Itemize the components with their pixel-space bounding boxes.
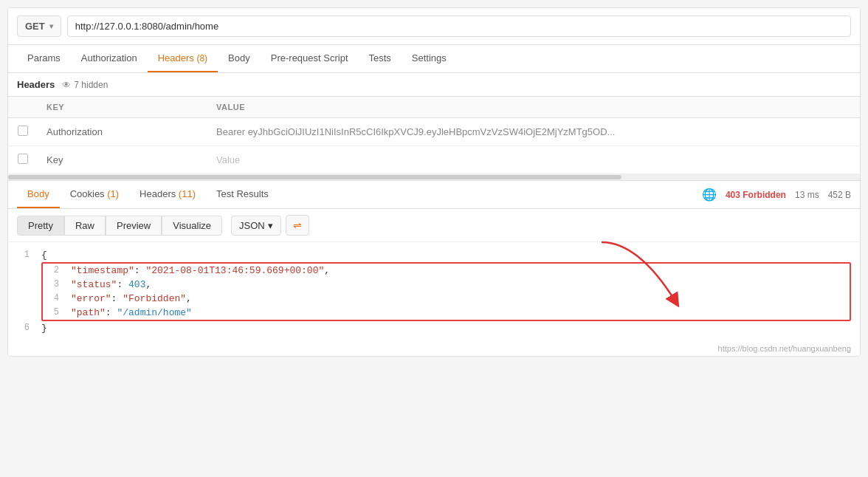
status-info: 🌐 403 Forbidden 13 ms 452 B <box>702 188 851 202</box>
watermark: https://blog.csdn.net/huangxuanbeng <box>8 341 860 356</box>
url-input[interactable] <box>67 16 851 37</box>
headers-sub-row: Headers 👁 7 hidden <box>8 73 860 97</box>
row-checkbox-cell-2[interactable] <box>8 146 38 174</box>
bottom-section: Body Cookies (1) Headers (11) Test Resul… <box>8 180 860 356</box>
tab-test-results[interactable]: Test Results <box>206 181 279 208</box>
value-cell: Bearer eyJhbGciOiJIUzI1NiIsInR5cCI6IkpXV… <box>207 118 860 146</box>
tab-params[interactable]: Params <box>17 45 71 72</box>
headers-table: KEY VALUE Authorization Bearer eyJhbGciO… <box>8 97 860 174</box>
table-row: Authorization Bearer eyJhbGciOiJIUzI1NiI… <box>8 118 860 146</box>
line-num-1: 1 <box>8 250 41 260</box>
code-content-1: { <box>41 250 860 261</box>
line-num-5: 5 <box>49 307 71 318</box>
line-num-6: 6 <box>8 323 41 333</box>
code-area: 1 { 2 "timestamp": "2021-08-01T13:46:59.… <box>8 242 860 341</box>
value-cell-2: Value <box>207 146 860 174</box>
checkbox-authorization[interactable] <box>18 126 28 136</box>
tab-prerequest[interactable]: Pre-request Script <box>261 45 359 72</box>
visualize-button[interactable]: Visualize <box>162 216 222 236</box>
format-selector[interactable]: JSON ▾ <box>231 216 281 236</box>
value-text-authorization: Bearer eyJhbGciOiJIUzI1NiIsInR5cCI6IkpXV… <box>216 126 696 137</box>
headers-badge: (8) <box>196 53 207 64</box>
checkbox-key[interactable] <box>18 154 28 164</box>
code-content-5: "path": "/admin/home" <box>71 307 844 318</box>
value-text-key: Value <box>216 154 696 165</box>
row-checkbox-cell[interactable] <box>8 118 38 146</box>
tab-response-body[interactable]: Body <box>17 181 60 208</box>
eye-icon: 👁 <box>62 80 71 90</box>
code-line-2: 2 "timestamp": "2021-08-01T13:46:59.669+… <box>43 264 850 278</box>
code-line-3: 3 "status": 403, <box>43 278 850 292</box>
line-num-2: 2 <box>49 265 71 276</box>
view-row: Pretty Raw Preview Visualize JSON ▾ ⇌ <box>8 209 860 242</box>
json-key-timestamp: "timestamp" <box>71 265 134 276</box>
format-label: JSON <box>239 220 265 231</box>
json-val-path[interactable]: "/admin/home" <box>117 307 191 318</box>
hidden-count-label: 7 hidden <box>74 80 108 90</box>
time-badge: 13 ms <box>795 190 819 200</box>
tab-response-headers[interactable]: Headers (11) <box>129 181 206 208</box>
line-num-3: 3 <box>49 279 71 290</box>
hidden-count: 👁 7 hidden <box>62 80 108 90</box>
key-text-key: Key <box>46 154 63 165</box>
globe-icon: 🌐 <box>702 188 717 202</box>
scrollbar-thumb <box>8 175 621 179</box>
method-label: GET <box>25 21 45 32</box>
code-content-3: "status": 403, <box>71 279 844 290</box>
col-header-value: VALUE <box>207 97 860 118</box>
code-line-1: 1 { <box>8 248 860 262</box>
format-chevron-icon: ▾ <box>268 220 273 231</box>
code-content-6: } <box>41 323 860 334</box>
key-cell-2: Key <box>38 146 207 174</box>
tab-authorization[interactable]: Authorization <box>71 45 148 72</box>
json-val-error: "Forbidden" <box>123 293 186 304</box>
wrap-button[interactable]: ⇌ <box>286 215 309 236</box>
response-headers-badge: (11) <box>179 188 196 199</box>
code-line-5: 5 "path": "/admin/home" <box>43 306 850 320</box>
col-header-key: KEY <box>38 97 207 118</box>
response-tabs-row: Body Cookies (1) Headers (11) Test Resul… <box>8 181 860 209</box>
pretty-button[interactable]: Pretty <box>17 216 64 236</box>
horizontal-scrollbar[interactable] <box>8 174 860 180</box>
code-content-4: "error": "Forbidden", <box>71 293 844 304</box>
headers-label: Headers <box>17 79 55 90</box>
highlighted-json-region: 2 "timestamp": "2021-08-01T13:46:59.669+… <box>41 262 851 321</box>
tab-cookies[interactable]: Cookies (1) <box>60 181 129 208</box>
code-line-4: 4 "error": "Forbidden", <box>43 292 850 306</box>
key-cell: Authorization <box>38 118 207 146</box>
table-row: Key Value <box>8 146 860 174</box>
json-val-status: 403 <box>128 279 145 290</box>
json-val-timestamp: "2021-08-01T13:46:59.669+00:00" <box>145 265 324 276</box>
url-bar: GET ▾ <box>8 8 860 45</box>
cookies-badge: (1) <box>107 188 119 199</box>
raw-button[interactable]: Raw <box>64 216 106 236</box>
json-key-error: "error" <box>71 293 111 304</box>
preview-button[interactable]: Preview <box>106 216 162 236</box>
json-key-path: "path" <box>71 307 106 318</box>
json-key-status: "status" <box>71 279 117 290</box>
size-badge: 452 B <box>828 190 851 200</box>
response-tabs: Body Cookies (1) Headers (11) Test Resul… <box>17 181 279 208</box>
request-tabs: Params Authorization Headers (8) Body Pr… <box>8 45 860 73</box>
watermark-text: https://blog.csdn.net/huangxuanbeng <box>718 344 851 353</box>
key-text-authorization: Authorization <box>46 126 103 137</box>
tab-tests[interactable]: Tests <box>359 45 402 72</box>
method-selector[interactable]: GET ▾ <box>17 16 61 37</box>
col-header-checkbox <box>8 97 38 118</box>
tab-settings[interactable]: Settings <box>402 45 457 72</box>
tab-body[interactable]: Body <box>218 45 261 72</box>
code-line-6: 6 } <box>8 321 860 335</box>
status-badge: 403 Forbidden <box>726 190 786 200</box>
code-content-2: "timestamp": "2021-08-01T13:46:59.669+00… <box>71 265 844 276</box>
line-num-4: 4 <box>49 293 71 304</box>
chevron-down-icon: ▾ <box>49 22 53 30</box>
tab-headers[interactable]: Headers (8) <box>148 45 218 72</box>
